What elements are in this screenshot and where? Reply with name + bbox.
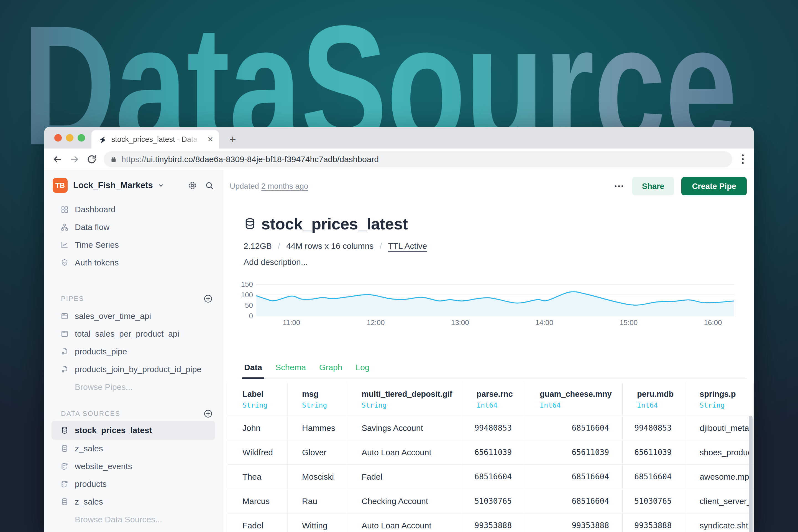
table-cell: Rau [288, 489, 347, 513]
datasource-item-label: products [75, 479, 107, 489]
nav-item-data-flow[interactable]: Data flow [44, 218, 222, 236]
nav-item-auth-tokens[interactable]: Auth tokens [44, 254, 222, 271]
new-tab-button[interactable]: + [226, 132, 240, 146]
add-datasource-icon[interactable] [203, 409, 213, 418]
column-header-guam-cheese-mny: guam_cheese.mnyInt64 [525, 383, 623, 416]
reload-icon[interactable] [87, 154, 97, 165]
tinybird-favicon [98, 135, 107, 144]
ttl-link[interactable]: TTL Active [388, 241, 427, 251]
column-type: Int64 [477, 401, 512, 409]
workspace-switcher[interactable]: TB Lock_Fish_Markets [44, 177, 222, 194]
datasources-section-label: DATA SOURCES [61, 410, 120, 418]
datasource-title-row: stock_prices_latest [244, 214, 747, 233]
table-cell: 99353888 [623, 513, 685, 532]
table-cell: Auto Loan Account [347, 440, 462, 465]
datasource-item-website-events[interactable]: website_events [44, 457, 222, 475]
window-controls [54, 127, 85, 149]
datasource-item-label: website_events [75, 462, 132, 471]
x-axis-tick: 12:00 [359, 318, 392, 327]
table-cell: Checking Account [347, 489, 462, 513]
datasource-item-z-sales[interactable]: z_sales [44, 493, 222, 511]
table-cell: client_server_ [685, 489, 754, 513]
gear-icon[interactable] [188, 181, 197, 190]
table-cell: 65611039 [623, 440, 685, 465]
table-cell: Thea [228, 465, 288, 489]
y-axis-tick: 0 [231, 312, 253, 320]
datasource-item-stock-prices-latest[interactable]: stock_prices_latest [52, 421, 215, 440]
nav-item-time-series[interactable]: Time Series [44, 236, 222, 254]
pipe-item-label: products_pipe [75, 347, 127, 356]
pipes-section-header: PIPES [44, 294, 222, 303]
tab-graph[interactable]: Graph [319, 363, 343, 378]
x-axis-tick: 13:00 [443, 318, 477, 327]
datasource-item-z-sales[interactable]: z_sales [44, 440, 222, 457]
column-name: Label [243, 390, 274, 399]
browse-datasources-link[interactable]: Browse Data Sources... [44, 511, 222, 528]
pipe-icon [60, 347, 69, 356]
nav-item-dashboard[interactable]: Dashboard [44, 201, 222, 218]
updated-time-link[interactable]: 2 months ago [261, 182, 308, 190]
tab-close-icon[interactable]: ✕ [207, 136, 213, 143]
dashboard-icon [60, 205, 69, 214]
table-cell: 51030765 [623, 489, 685, 513]
datasource-item-label: stock_prices_latest [75, 425, 152, 435]
pipe-item-label: products_join_by_product_id_pipe [75, 365, 202, 374]
column-name: multi_tiered_deposit.gif [362, 390, 449, 399]
table-cell: Fadel [347, 465, 462, 489]
chart-plot [256, 280, 734, 320]
table-cell: 68516604 [525, 416, 623, 440]
table-cell: 99480853 [623, 416, 685, 440]
tab-log[interactable]: Log [355, 363, 370, 378]
column-name: guam_cheese.mny [540, 390, 609, 399]
back-icon[interactable] [52, 154, 63, 165]
table-scrollbar[interactable] [749, 416, 753, 532]
pipe-item-sales-over-time-api[interactable]: sales_over_time_api [44, 307, 222, 325]
y-axis-tick: 50 [231, 301, 253, 309]
add-pipe-icon[interactable] [203, 294, 213, 303]
table-cell: Auto Loan Account [347, 513, 462, 532]
tab-schema[interactable]: Schema [275, 363, 306, 378]
share-button[interactable]: Share [632, 177, 674, 195]
pipe-icon [60, 365, 69, 374]
column-header-multi-tiered-deposit-gif: multi_tiered_deposit.gifString [347, 383, 462, 416]
app-root: TB Lock_Fish_Markets DashboardData flowT… [44, 170, 754, 532]
column-type: String [362, 401, 449, 409]
more-options-icon[interactable] [613, 183, 625, 190]
browser-menu-icon[interactable] [739, 153, 746, 166]
tab-data[interactable]: Data [244, 363, 263, 378]
add-description-placeholder[interactable]: Add description... [244, 258, 747, 267]
browser-tab-title: stock_prices_latest - Data Sour [111, 135, 203, 144]
table-cell: 99353888 [462, 513, 525, 532]
pipes-section-label: PIPES [61, 295, 84, 303]
datasource-item-products[interactable]: products [44, 475, 222, 493]
y-axis-tick: 100 [231, 291, 253, 299]
updated-label: Updated 2 months ago [230, 182, 308, 191]
minimize-window-button[interactable] [66, 134, 73, 141]
endpoint-icon [60, 330, 69, 338]
column-type: String [700, 401, 740, 409]
zoom-window-button[interactable] [78, 134, 85, 141]
browser-tab[interactable]: stock_prices_latest - Data Sour ✕ [92, 130, 219, 149]
pipe-item-products-join-by-product-id-pipe[interactable]: products_join_by_product_id_pipe [44, 360, 222, 378]
workspace-avatar: TB [53, 178, 68, 193]
table-cell: 51030765 [462, 489, 525, 513]
datasource-item-label: z_sales [75, 497, 103, 507]
table-cell: Mosciski [288, 465, 347, 489]
search-icon[interactable] [205, 181, 214, 190]
chevron-down-icon [157, 182, 165, 189]
create-pipe-button[interactable]: Create Pipe [681, 177, 747, 195]
table-cell: syndicate.sht [685, 513, 754, 532]
forward-icon[interactable] [69, 154, 80, 165]
browse-pipes-link[interactable]: Browse Pipes... [44, 378, 222, 396]
table-cell: awesome.mp [685, 465, 754, 489]
close-window-button[interactable] [54, 134, 62, 141]
page-header: Updated 2 months ago Share Create Pipe [223, 170, 754, 192]
nav-item-label: Data flow [75, 223, 110, 232]
pipe-item-products-pipe[interactable]: products_pipe [44, 343, 222, 360]
nav-item-label: Time Series [75, 240, 119, 250]
ingestion-chart: 15010050011:0012:0013:0014:0015:0016:00 [244, 280, 747, 330]
url-bar[interactable]: https://ui.tinybird.co/8dae6a-8309-84je-… [103, 151, 732, 167]
database-bolt-icon [60, 462, 69, 471]
pipe-item-total-sales-per-product-api[interactable]: total_sales_per_product_api [44, 325, 222, 343]
database-icon [60, 444, 69, 453]
